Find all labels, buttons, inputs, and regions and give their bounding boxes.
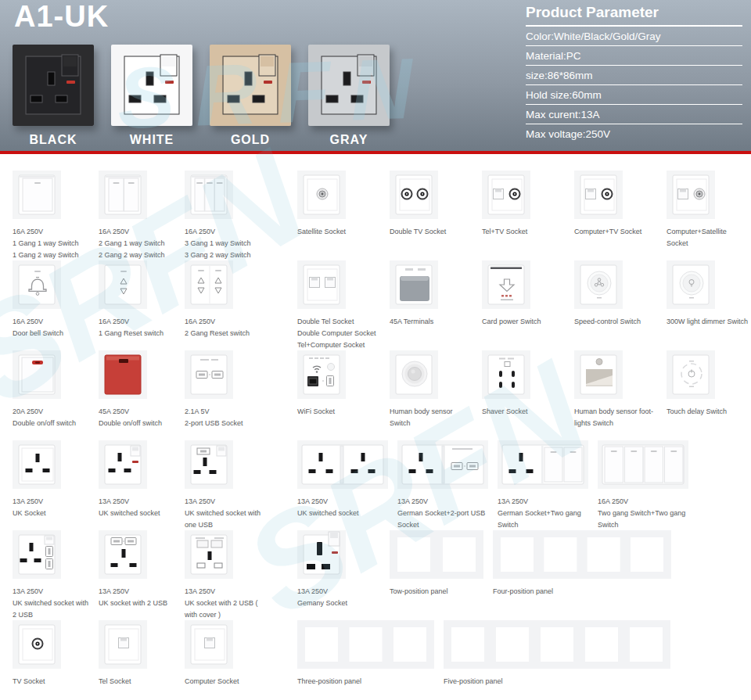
- product-satellite-socket: Satellite Socket: [297, 171, 380, 238]
- product-label-line: UK switched socket with 2 USB: [13, 598, 89, 621]
- uk-2usb-icon: [99, 530, 147, 579]
- product-double-tel-socket: Double Tel SocketDouble Computer SocketT…: [297, 260, 380, 351]
- product-label-line: Human body sensor Switch: [390, 406, 473, 429]
- tel-socket-icon: [99, 620, 147, 669]
- color-variant-gold: GOLD: [210, 45, 291, 147]
- product-label: 16A 250V1 Gang Reset switch: [99, 316, 175, 339]
- product-label-line: 16A 250V: [13, 316, 89, 328]
- product-label: Three-position panel: [297, 676, 434, 687]
- german-usb-icon: [397, 440, 488, 489]
- header: A1-UK BLACK WHITE GOLD GRAY Product Para…: [0, 0, 751, 154]
- two-gang-reset-icon: [185, 260, 233, 309]
- product-one-gang-switch: 16A 250V1 Gang 1 way Switch1 Gang 2 way …: [13, 171, 89, 261]
- product-onoff-45a: 45A 250VDouble on/off switch: [99, 350, 175, 429]
- panel-4-icon: [493, 530, 671, 579]
- color-variant-black: BLACK: [13, 45, 94, 147]
- terminals-45a-icon: [390, 260, 438, 309]
- onoff-20a-icon: [13, 350, 61, 399]
- onoff-45a-icon: [99, 350, 147, 399]
- socket-photo: [111, 45, 192, 126]
- parameter-row: Max voltage:250V: [526, 124, 742, 143]
- variant-label: BLACK: [13, 133, 94, 147]
- product-label: 13A 250VGerman Socket+2-port USB Socket: [397, 496, 488, 531]
- parameter-row: size:86*86mm: [526, 66, 742, 85]
- product-tel-tv-socket: Tel+TV Socket: [482, 171, 565, 238]
- product-row: 13A 250VUK Socket 13A 250VUK switched so…: [13, 440, 751, 530]
- product-speed-control-switch: Speed-control Switch: [574, 260, 657, 328]
- product-label-line: Five-position panel: [444, 676, 670, 687]
- product-label-line: 13A 250V: [185, 586, 261, 598]
- product-label-line: 13A 250V: [13, 586, 89, 598]
- product-label-line: UK socket with 2 USB: [99, 598, 175, 609]
- usb-2port-icon: [185, 350, 233, 399]
- product-label-line: 16A 250V: [185, 316, 261, 328]
- product-row: TV Socket Tel Socket Computer Socket Thr…: [13, 620, 751, 700]
- parameter-row: Material:PC: [526, 46, 742, 66]
- product-label-line: Card power Switch: [482, 316, 565, 328]
- product-label: 16A 250V2 Gang Reset switch: [185, 316, 261, 339]
- parameter-row: Hold size:60mm: [526, 85, 742, 105]
- product-label-line: 13A 250V: [297, 496, 388, 508]
- product-label-line: 13A 250V: [297, 586, 380, 598]
- product-label: Four-position panel: [493, 586, 671, 598]
- product-label: Shaver Socket: [482, 406, 565, 418]
- product-label-line: 16A 250V: [598, 496, 688, 508]
- product-card-power-switch: Card power Switch: [482, 260, 565, 328]
- uk-switched-socket-icon: [99, 440, 147, 489]
- product-label: Computer Socket: [185, 676, 261, 687]
- doorbell-switch-icon: [13, 260, 61, 309]
- product-panel-2: Tow-position panel: [390, 530, 483, 598]
- color-variant-gray: GRAY: [308, 45, 390, 147]
- product-label: Tel+TV Socket: [482, 226, 565, 238]
- variant-label: GOLD: [210, 133, 291, 147]
- product-label-line: Computer Socket: [185, 676, 261, 687]
- product-label-line: Tow-position panel: [390, 586, 483, 598]
- product-dimmer-switch: 300W light dimmer Switch: [667, 260, 749, 328]
- two-gang-switch-icon: [99, 171, 147, 219]
- product-onoff-20a: 20A 250VDouble on/off switch: [13, 350, 89, 429]
- catalog-page: SRFN A1-UK BLACK WHITE GOLD GRAY Product…: [0, 0, 751, 700]
- product-usb-2port: 2.1A 5V2-port USB Socket: [185, 350, 261, 429]
- panel-2-icon: [390, 530, 483, 579]
- product-label-line: 45A Terminals: [390, 316, 473, 328]
- double-tel-socket-icon: [297, 260, 346, 309]
- product-label-line: 45A 250V: [99, 406, 175, 418]
- product-label-line: Door bell Switch: [13, 328, 89, 339]
- product-label: Five-position panel: [444, 676, 670, 687]
- product-label-line: 2 Gang 1 way Switch: [99, 238, 175, 249]
- wifi-socket-icon: [297, 350, 346, 399]
- product-label-line: Shaver Socket: [482, 406, 565, 418]
- product-label-line: Four-position panel: [493, 586, 671, 598]
- parameter-rows: Color:White/Black/Gold/GrayMaterial:PCsi…: [526, 27, 742, 143]
- product-label-line: 16A 250V: [99, 226, 175, 238]
- product-label: 13A 250VUK Socket: [13, 496, 89, 519]
- product-label: Double TV Socket: [390, 226, 473, 238]
- product-label-line: Human body sensor foot-lights Switch: [574, 406, 657, 429]
- touch-delay-icon: [667, 350, 715, 399]
- product-label-line: Double Computer Socket: [297, 328, 380, 339]
- computer-socket-icon: [185, 620, 233, 669]
- uk-2usb-cover-icon: [185, 530, 233, 579]
- product-label: 13A 250VUK switched socket: [99, 496, 175, 519]
- product-label-line: 20A 250V: [13, 406, 89, 418]
- product-uk-switched-2usb: 13A 250VUK switched socket with 2 USB: [13, 530, 89, 621]
- product-label: 13A 250VUK socket with 2 USB ( with cove…: [185, 586, 261, 621]
- product-computer-tv-socket: Computer+TV Socket: [574, 171, 657, 238]
- product-label: 13A 250VUK switched socket: [297, 496, 388, 519]
- product-uk-2usb: 13A 250VUK socket with 2 USB: [99, 530, 175, 609]
- product-row: 16A 250VDoor bell Switch 16A 250V1 Gang …: [13, 260, 751, 350]
- product-uk-switched-socket: 13A 250VUK switched socket: [99, 440, 175, 519]
- product-label-line: 16A 250V: [185, 226, 261, 238]
- product-uk-2usb-cover: 13A 250VUK socket with 2 USB ( with cove…: [185, 530, 261, 621]
- tel-tv-socket-icon: [482, 171, 530, 219]
- parameter-title: Product Parameter: [526, 4, 742, 27]
- product-label: Human body sensor foot-lights Switch: [574, 406, 657, 429]
- satellite-socket-icon: [297, 171, 346, 219]
- product-label: Computer+TV Socket: [574, 226, 657, 238]
- body-sensor-icon: [390, 350, 438, 399]
- card-power-switch-icon: [482, 260, 530, 309]
- product-uk-socket: 13A 250VUK Socket: [13, 440, 89, 519]
- product-label: 13A 250VGerman Socket+Two gang Switch: [498, 496, 588, 531]
- product-label-line: WiFi Socket: [297, 406, 380, 418]
- variant-label: WHITE: [111, 133, 192, 147]
